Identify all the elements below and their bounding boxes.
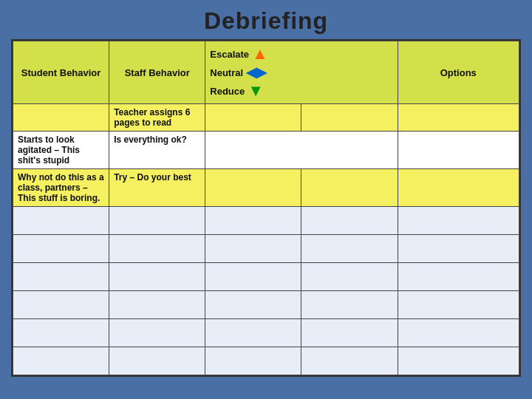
empty-cell: [301, 235, 398, 263]
options-cell: [398, 319, 519, 347]
reduce-icon: ▼: [248, 81, 264, 100]
staff-behavior-cell: [109, 207, 205, 235]
table-row: [13, 207, 519, 235]
options-cell: [398, 104, 519, 132]
student-behavior-cell: [13, 291, 109, 319]
empty-cell: [301, 169, 398, 207]
options-cell: [398, 291, 519, 319]
header-esn: Escalate ▲ Neutral ◀▶ Reduce ▼: [205, 41, 398, 104]
student-behavior-cell: [13, 319, 109, 347]
staff-behavior-cell: Is everything ok?: [109, 132, 205, 169]
up-arrow-icon: ↑: [310, 136, 318, 155]
esn-cell: [205, 263, 301, 291]
options-cell: [398, 169, 519, 207]
reduce-label: Reduce ▼: [210, 81, 264, 100]
staff-behavior-cell: [109, 291, 205, 319]
esn-cell: ⟺ ↑: [205, 132, 398, 169]
header-student: Student Behavior: [13, 41, 109, 104]
table-row: [13, 347, 519, 375]
escalate-label: Escalate ▲: [210, 44, 268, 64]
staff-behavior-cell: Try – Do your best: [109, 169, 205, 207]
student-behavior-cell: [13, 263, 109, 291]
esn-cell: [205, 169, 301, 207]
student-behavior-cell: Starts to look agitated – This shit's st…: [13, 132, 109, 169]
table-row: [13, 291, 519, 319]
table-row: Why not do this as a class, partners – T…: [13, 169, 519, 207]
table-row: [13, 319, 519, 347]
staff-behavior-cell: [109, 263, 205, 291]
student-behavior-cell: [13, 104, 109, 132]
table-row: Starts to look agitated – This shit's st…: [13, 132, 519, 169]
esn-cell: [205, 235, 301, 263]
options-cell: [398, 207, 519, 235]
table-row: [13, 263, 519, 291]
esn-cell: [205, 347, 301, 375]
options-cell: [398, 235, 519, 263]
esn-cell: [205, 291, 301, 319]
staff-behavior-cell: [109, 347, 205, 375]
options-cell: [398, 263, 519, 291]
left-right-arrow-icon: ⟺: [284, 136, 308, 155]
move-icons: ⟺ ↑: [210, 134, 392, 155]
page-title: Debriefing: [0, 0, 532, 39]
escalate-icon: ▲: [252, 44, 268, 64]
options-cell: [398, 347, 519, 375]
staff-behavior-cell: Teacher assigns 6 pages to read: [109, 104, 205, 132]
student-behavior-cell: [13, 347, 109, 375]
table-row: Teacher assigns 6 pages to read: [13, 104, 519, 132]
header-staff: Staff Behavior: [109, 41, 205, 104]
options-cell: [398, 132, 519, 169]
table-header: Student Behavior Staff Behavior Escalate…: [13, 41, 519, 104]
esn-cell: [205, 207, 301, 235]
student-behavior-cell: Why not do this as a class, partners – T…: [13, 169, 109, 207]
empty-cell: [301, 291, 398, 319]
empty-cell: [301, 104, 398, 132]
empty-cell: [301, 207, 398, 235]
esn-cell: [205, 319, 301, 347]
table-row: [13, 235, 519, 263]
empty-cell: [301, 319, 398, 347]
empty-cell: [301, 263, 398, 291]
esn-cell: [205, 104, 301, 132]
student-behavior-cell: [13, 235, 109, 263]
neutral-label: Neutral ◀▶: [210, 64, 267, 81]
header-options: Options: [398, 41, 519, 104]
staff-behavior-cell: [109, 235, 205, 263]
student-behavior-cell: [13, 207, 109, 235]
empty-cell: [301, 347, 398, 375]
neutral-icon: ◀▶: [246, 64, 267, 81]
debriefing-table: Student Behavior Staff Behavior Escalate…: [11, 39, 521, 377]
staff-behavior-cell: [109, 319, 205, 347]
